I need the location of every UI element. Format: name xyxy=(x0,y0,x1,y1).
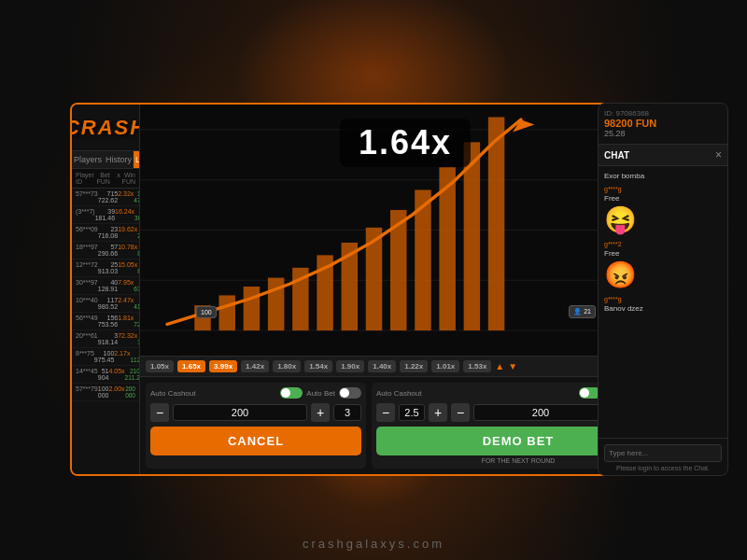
multiplier-badge[interactable]: 1.40x xyxy=(368,360,396,372)
main-game-container: CRASH Players History Leaders Player ID … xyxy=(70,103,672,476)
table-row: 56***49156 753.561.81x283 723.95 xyxy=(72,313,139,330)
mult-scroll-up[interactable]: ▲ xyxy=(495,361,504,371)
bottom-brand: crashgalaxys.com xyxy=(303,537,444,551)
svg-rect-17 xyxy=(488,117,504,330)
multiplier-badge[interactable]: 1.53x xyxy=(463,360,491,372)
bet-marker-icon: 👤 xyxy=(573,308,582,315)
game-logo: CRASH xyxy=(72,116,140,140)
controls-bar: Auto Cashout Auto Bet − + CANCEL xyxy=(140,376,670,474)
multiplier-badge[interactable]: 1.05x xyxy=(146,360,174,372)
sidebar-tabs: Players History Leaders xyxy=(72,151,139,169)
chat-message-4: g****g Banov dzez xyxy=(604,296,722,313)
multiplier-display: 1.64x xyxy=(340,119,471,167)
user-amount: 25.28 xyxy=(604,129,722,138)
left-auto-cashout-label: Auto Cashout xyxy=(150,389,195,398)
svg-marker-18 xyxy=(513,119,534,132)
left-sidebar: CRASH Players History Leaders Player ID … xyxy=(72,105,140,474)
left-input-row: − + xyxy=(150,403,361,422)
tab-leaders[interactable]: Leaders xyxy=(134,151,140,168)
left-control-panel: Auto Cashout Auto Bet − + CANCEL xyxy=(146,383,366,469)
chat-title: CHAT xyxy=(604,150,629,161)
chat-user-2: g****g xyxy=(604,186,722,192)
right-cashout-increase[interactable]: + xyxy=(429,403,447,422)
mult-scroll-down[interactable]: ▼ xyxy=(508,361,517,371)
svg-rect-7 xyxy=(244,287,260,330)
user-id: ID: 97086368 xyxy=(604,109,722,118)
multiplier-badge[interactable]: 1.54x xyxy=(304,360,332,372)
tab-history[interactable]: History xyxy=(104,151,134,168)
leaderboard-table: 57***73715 722.622.32x1,660 476.48(3***7… xyxy=(72,189,139,474)
chat-close-button[interactable]: × xyxy=(715,148,722,161)
table-row: 18***9757 290.6610.78x400 874.61 xyxy=(72,242,139,259)
table-row: 20***613 918.1472.32x283 360.25 xyxy=(72,330,139,348)
chat-user-4: g****g xyxy=(604,296,722,302)
left-auto-bet-label: Auto Bet xyxy=(306,389,335,398)
right-chat-panel: ID: 97086368 98200 FUN 25.28 CHAT × Exor… xyxy=(598,103,728,476)
chat-sub-3: Free xyxy=(604,249,722,258)
table-row: (3***7)39 181.4616.24x636 306.98 xyxy=(72,206,139,224)
right-bet-input[interactable] xyxy=(473,404,608,421)
multiplier-badge[interactable]: 3.99x xyxy=(209,360,237,372)
svg-rect-6 xyxy=(218,295,234,330)
left-auto-cashout-toggle[interactable] xyxy=(280,387,303,399)
right-auto-cashout-label: Auto Cashout xyxy=(376,389,421,398)
bet-marker-right: 👤 21 xyxy=(569,305,596,318)
multiplier-badge[interactable]: 1.90x xyxy=(336,360,364,372)
user-info: ID: 97086368 98200 FUN 25.28 xyxy=(599,104,727,145)
chat-message-1: Exor bomba xyxy=(604,172,722,180)
left-decrease-btn[interactable]: − xyxy=(150,403,169,422)
table-row: 57***73715 722.622.32x1,660 476.48 xyxy=(72,189,139,206)
left-auto-bet-toggle[interactable] xyxy=(339,387,361,399)
chat-user-3: g****2 xyxy=(604,241,722,247)
tab-players[interactable]: Players xyxy=(72,151,104,168)
chat-text-1: Exor bomba xyxy=(604,172,722,180)
left-panel-header: Auto Cashout Auto Bet xyxy=(150,387,361,399)
table-row: 10***40117 980.522.47x291 411.08 xyxy=(72,295,139,313)
col-bet: Bet FUN xyxy=(94,172,109,185)
right-cashout-input[interactable] xyxy=(399,404,425,421)
chat-input[interactable] xyxy=(604,444,722,462)
right-cashout-decrease[interactable]: − xyxy=(376,403,395,422)
chat-input-area: Please login to access the Chat. xyxy=(599,438,727,475)
login-notice: Please login to access the Chat. xyxy=(604,465,722,471)
chat-text-4: Banov dzez xyxy=(604,304,722,313)
multiplier-badge[interactable]: 1.65x xyxy=(177,360,205,372)
multiplier-badge[interactable]: 1.42x xyxy=(241,360,269,372)
multiplier-badge[interactable]: 1.01x xyxy=(431,360,459,372)
col-win: Win FUN xyxy=(120,172,135,185)
chat-emoji-2: 😝 xyxy=(604,204,722,235)
multiplier-badge[interactable]: 1.22x xyxy=(400,360,428,372)
table-row: 8***75100 975.452.17x219 112.46 xyxy=(72,348,139,366)
chat-emoji-3: 😡 xyxy=(604,259,722,290)
chat-message-3: g****2 Free 😡 xyxy=(604,241,722,290)
col-player-id: Player ID xyxy=(76,172,94,185)
left-toggle-group: Auto Bet xyxy=(280,387,361,399)
table-row: 12***7225 913.0315.05x303 871.17 xyxy=(72,259,139,277)
chat-message-2: g****g Free 😝 xyxy=(604,186,722,235)
table-row: 56***0923 716.0819.62x465 270.54 xyxy=(72,224,139,242)
chat-header: CHAT × xyxy=(599,145,727,166)
chat-sub-2: Free xyxy=(604,194,722,203)
col-mult: x xyxy=(110,172,120,185)
chat-messages: Exor bomba g****g Free 😝 g****2 Free 😡 g… xyxy=(599,166,727,438)
left-cashout-input[interactable] xyxy=(173,404,307,421)
multiplier-badge[interactable]: 1.80x xyxy=(273,360,301,372)
left-rounds-input[interactable] xyxy=(333,404,361,421)
user-balance: 98200 FUN xyxy=(604,118,722,129)
table-row: 14***4551 9044.05x210 211.2 xyxy=(72,366,139,384)
logo-area: CRASH xyxy=(72,105,139,151)
cancel-button[interactable]: CANCEL xyxy=(150,427,361,455)
right-bet-decrease[interactable]: − xyxy=(451,403,470,422)
table-row: 57***79100 0002.00x200 000 xyxy=(72,384,139,401)
table-row: 30***9740 128.917.95x320 630.01 xyxy=(72,277,139,295)
multiplier-bar: 1.05x1.65x3.99x1.42x1.80x1.54x1.90x1.40x… xyxy=(140,356,670,376)
bet-marker-left: 100 xyxy=(196,306,217,318)
left-increase-btn[interactable]: + xyxy=(311,403,330,422)
game-area: 1.64x xyxy=(140,105,670,474)
table-header: Player ID Bet FUN x Win FUN xyxy=(72,169,139,189)
